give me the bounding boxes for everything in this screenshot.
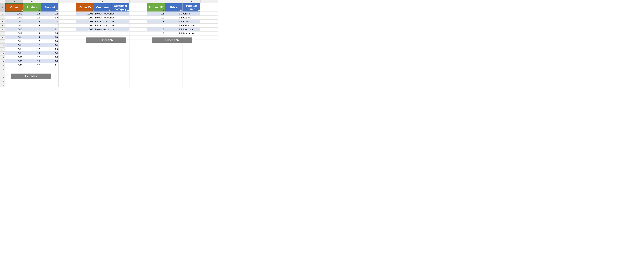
- cell-I11[interactable]: [147, 47, 165, 51]
- cell-F19[interactable]: [94, 79, 112, 83]
- cell-I14[interactable]: [147, 59, 165, 63]
- cell-K15[interactable]: [183, 63, 200, 67]
- cell-I12[interactable]: [147, 51, 165, 55]
- fact-cell[interactable]: 15: [23, 63, 41, 67]
- cell-J10[interactable]: [165, 44, 183, 47]
- fact-cell[interactable]: 1004: [6, 44, 23, 47]
- row-header-17[interactable]: 17: [0, 71, 6, 75]
- products-cell[interactable]: 11: [147, 12, 165, 16]
- cell-B16[interactable]: [23, 67, 41, 71]
- cell-E11[interactable]: [76, 47, 94, 51]
- cell-H7[interactable]: [130, 32, 147, 36]
- fact-cell[interactable]: 13: [23, 20, 41, 24]
- cell-H2[interactable]: [130, 12, 147, 16]
- row-header-8[interactable]: 8: [0, 36, 6, 40]
- cell-L6[interactable]: [200, 28, 218, 32]
- cell-L2[interactable]: [200, 12, 218, 16]
- cell-C16[interactable]: [41, 67, 58, 71]
- cell-L10[interactable]: [200, 44, 218, 47]
- filter-dropdown-icon[interactable]: [92, 10, 94, 11]
- cell-K19[interactable]: [183, 79, 200, 83]
- products-cell[interactable]: 93: [165, 20, 183, 24]
- row-header-18[interactable]: 18: [0, 75, 6, 79]
- products-header-1[interactable]: Price: [165, 4, 183, 12]
- cell-L16[interactable]: [200, 67, 218, 71]
- cell-C20[interactable]: [41, 83, 58, 87]
- fact-cell[interactable]: 1001: [6, 12, 23, 16]
- cell-D15[interactable]: [58, 63, 76, 67]
- orders-header-2[interactable]: Customercategory: [112, 4, 130, 12]
- cell-G12[interactable]: [112, 51, 130, 55]
- table-resize-handle[interactable]: [57, 66, 58, 67]
- cell-G13[interactable]: [112, 55, 130, 59]
- fact-cell[interactable]: 23: [41, 47, 58, 51]
- table-resize-handle[interactable]: [128, 30, 129, 31]
- cell-J18[interactable]: [165, 75, 183, 79]
- fact-cell[interactable]: 16: [23, 55, 41, 59]
- fact-header-0[interactable]: Order: [6, 4, 23, 12]
- col-header-L[interactable]: L: [200, 0, 218, 4]
- filter-dropdown-icon[interactable]: [109, 10, 111, 11]
- filter-dropdown-icon[interactable]: [180, 10, 182, 11]
- products-cell[interactable]: 96: [165, 32, 183, 36]
- fact-cell[interactable]: 12: [23, 16, 41, 20]
- cell-I18[interactable]: [147, 75, 165, 79]
- cell-C19[interactable]: [41, 79, 58, 83]
- fact-cell[interactable]: 1002: [6, 28, 23, 32]
- cell-L17[interactable]: [200, 71, 218, 75]
- cell-H1[interactable]: [130, 4, 147, 12]
- fact-cell[interactable]: 16: [41, 55, 58, 59]
- cell-F14[interactable]: [94, 59, 112, 63]
- cell-F13[interactable]: [94, 55, 112, 59]
- col-header-A[interactable]: A: [6, 0, 23, 4]
- cell-G18[interactable]: [112, 75, 130, 79]
- cell-E18[interactable]: [76, 75, 94, 79]
- products-cell[interactable]: 91: [165, 12, 183, 16]
- row-header-1[interactable]: 1: [0, 4, 6, 12]
- cell-K14[interactable]: [183, 59, 200, 63]
- products-cell[interactable]: 16: [147, 32, 165, 36]
- cell-L12[interactable]: [200, 51, 218, 55]
- cell-L14[interactable]: [200, 59, 218, 63]
- cell-H19[interactable]: [130, 79, 147, 83]
- cell-K17[interactable]: [183, 71, 200, 75]
- cell-F17[interactable]: [94, 71, 112, 75]
- cell-D14[interactable]: [58, 59, 76, 63]
- orders-cell[interactable]: Sweet sugar: [94, 28, 112, 32]
- filter-dropdown-icon[interactable]: [127, 10, 129, 11]
- cell-F20[interactable]: [94, 83, 112, 87]
- cell-F10[interactable]: [94, 44, 112, 47]
- fact-cell[interactable]: 26: [41, 40, 58, 44]
- cell-G17[interactable]: [112, 71, 130, 75]
- products-cell[interactable]: Macaron: [183, 32, 200, 36]
- orders-cell[interactable]: 1004: [76, 24, 94, 28]
- col-header-D[interactable]: D: [58, 0, 76, 4]
- cell-I13[interactable]: [147, 55, 165, 59]
- cell-D4[interactable]: [58, 20, 76, 24]
- cell-J14[interactable]: [165, 59, 183, 63]
- cell-L1[interactable]: [200, 4, 218, 12]
- fact-cell[interactable]: 1005: [6, 63, 23, 67]
- cell-A16[interactable]: [6, 67, 23, 71]
- cell-D16[interactable]: [58, 67, 76, 71]
- cell-K16[interactable]: [183, 67, 200, 71]
- fact-cell[interactable]: 11: [23, 12, 41, 16]
- orders-header-1[interactable]: Customer: [94, 4, 112, 12]
- cell-F18[interactable]: [94, 75, 112, 79]
- cell-D1[interactable]: [58, 4, 76, 12]
- cell-L7[interactable]: [200, 32, 218, 36]
- row-header-3[interactable]: 3: [0, 16, 6, 20]
- fact-header-2[interactable]: Amount: [41, 4, 58, 12]
- products-cell[interactable]: 92: [165, 16, 183, 20]
- cell-L5[interactable]: [200, 24, 218, 28]
- row-header-19[interactable]: 19: [0, 79, 6, 83]
- cell-L3[interactable]: [200, 16, 218, 20]
- cell-K10[interactable]: [183, 44, 200, 47]
- cell-L20[interactable]: [200, 83, 218, 87]
- fact-cell[interactable]: 1004: [6, 51, 23, 55]
- cell-H8[interactable]: [130, 36, 147, 40]
- fact-cell[interactable]: 1004: [6, 47, 23, 51]
- cell-H11[interactable]: [130, 47, 147, 51]
- cell-D2[interactable]: [58, 12, 76, 16]
- cell-D13[interactable]: [58, 55, 76, 59]
